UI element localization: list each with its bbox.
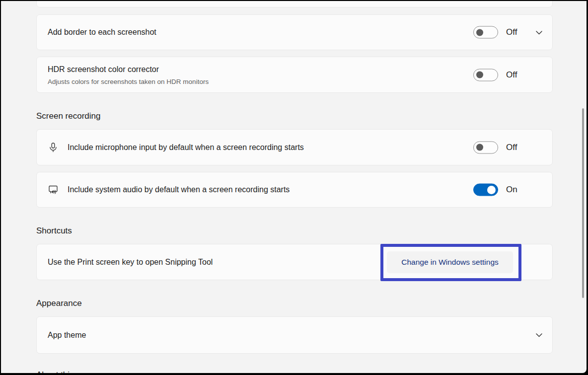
vertical-scrollbar-thumb[interactable] <box>582 108 584 298</box>
add-border-toggle[interactable] <box>473 26 498 39</box>
app-theme-label: App theme <box>48 331 86 340</box>
section-header-screen-recording: Screen recording <box>36 111 100 121</box>
add-border-label: Add border to each screenshot <box>48 28 156 37</box>
system-audio-toggle[interactable] <box>473 184 498 196</box>
hdr-corrector-label: HDR screenshot color corrector <box>48 65 159 74</box>
card-hdr-corrector[interactable]: HDR screenshot color corrector Adjusts c… <box>36 57 553 93</box>
card-add-border[interactable]: Add border to each screenshot Off <box>36 14 553 50</box>
add-border-state-label: Off <box>506 27 517 37</box>
microphone-input-toggle[interactable] <box>473 141 498 153</box>
toggle-knob <box>476 72 483 78</box>
change-in-windows-settings-button[interactable]: Change in Windows settings <box>387 251 513 273</box>
screenshot-frame: Add border to each screenshot Off HDR sc… <box>0 0 588 375</box>
microphone-input-label: Include microphone input by default when… <box>68 143 304 152</box>
hdr-corrector-description: Adjusts colors for screenshots taken on … <box>48 78 209 85</box>
toggle-knob <box>476 144 483 151</box>
system-audio-label: Include system audio by default when a s… <box>68 185 290 194</box>
print-screen-shortcut-label: Use the Print screen key to open Snippin… <box>48 258 213 267</box>
section-header-about: About this app <box>36 370 90 373</box>
microphone-icon <box>48 142 59 153</box>
card-print-screen-shortcut: Use the Print screen key to open Snippin… <box>36 244 553 280</box>
partial-card-top[interactable] <box>36 1 553 7</box>
card-microphone-input[interactable]: Include microphone input by default when… <box>36 129 553 165</box>
snipping-tool-settings-page: Add border to each screenshot Off HDR sc… <box>1 1 587 373</box>
system-audio-state-label: On <box>506 185 517 195</box>
hdr-corrector-state-label: Off <box>506 70 517 80</box>
microphone-input-state-label: Off <box>506 143 517 152</box>
chevron-down-icon[interactable] <box>535 28 543 36</box>
card-system-audio[interactable]: Include system audio by default when a s… <box>36 172 553 208</box>
hdr-corrector-toggle[interactable] <box>473 69 498 81</box>
toggle-knob <box>487 186 496 194</box>
card-app-theme[interactable]: App theme <box>36 316 553 354</box>
section-header-appearance: Appearance <box>36 299 82 308</box>
chevron-down-icon[interactable] <box>535 331 543 339</box>
section-header-shortcuts: Shortcuts <box>36 226 72 236</box>
toggle-knob <box>476 29 483 36</box>
system-audio-icon <box>48 184 59 195</box>
